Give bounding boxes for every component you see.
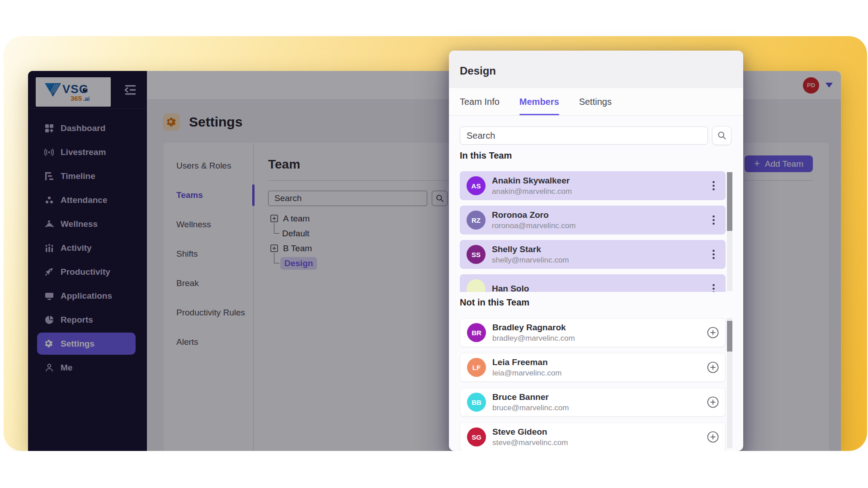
tab-settings[interactable]: Settings xyxy=(579,88,612,115)
avatar: LF xyxy=(467,358,486,377)
member-texts: Shelly Stark shelly@marvelinc.com xyxy=(492,244,569,265)
member-email: anakin@marvelinc.com xyxy=(492,186,572,197)
member-options-kebab-icon[interactable] xyxy=(708,215,719,225)
modal-header: Design xyxy=(449,51,743,88)
member-email: roronoa@marvelinc.com xyxy=(492,221,576,231)
avatar xyxy=(467,279,486,292)
member-name: Han Solo xyxy=(492,283,529,292)
member-row[interactable]: AS Anakin Skywalkeer anakin@marvelinc.co… xyxy=(460,171,726,200)
add-member-plus-icon[interactable] xyxy=(707,327,719,338)
modal-body: In this Team AS Anakin Skywalkeer anakin… xyxy=(449,116,743,450)
member-email: shelly@marvelinc.com xyxy=(492,255,569,265)
tab-team-info[interactable]: Team Info xyxy=(460,88,500,115)
not-in-team-label: Not in this Team xyxy=(460,297,732,309)
member-row[interactable]: BR Bradley Ragnarok bradley@marvelinc.co… xyxy=(460,318,726,347)
member-row[interactable]: RZ Roronoa Zoro roronoa@marvelinc.com xyxy=(460,206,726,235)
modal-tabs: Team Info Members Settings xyxy=(449,88,743,116)
member-texts: Bradley Ragnarok bradley@marvelinc.com xyxy=(492,322,575,343)
member-texts: Roronoa Zoro roronoa@marvelinc.com xyxy=(492,210,576,231)
avatar: SG xyxy=(467,427,486,446)
member-name: Bruce Banner xyxy=(492,392,569,403)
team-details-modal: Design Team Info Members Settings In thi… xyxy=(449,51,743,451)
member-row[interactable]: LF Leia Freeman leia@marvelinc.com xyxy=(460,353,726,382)
member-options-kebab-icon[interactable] xyxy=(708,249,719,259)
not-in-team-list: BR Bradley Ragnarok bradley@marvelinc.co… xyxy=(460,314,732,450)
add-member-plus-icon[interactable] xyxy=(707,361,719,373)
member-row[interactable]: BB Bruce Banner bruce@marvelinc.com xyxy=(460,388,726,417)
member-search-button[interactable] xyxy=(712,126,731,145)
member-email: bradley@marvelinc.com xyxy=(492,333,575,343)
search-icon xyxy=(717,131,726,140)
scrollbar-thumb[interactable] xyxy=(727,321,732,352)
member-email: leia@marvelinc.com xyxy=(492,368,561,378)
member-name: Steve Gideon xyxy=(492,427,568,437)
avatar: BR xyxy=(467,323,486,342)
member-row[interactable]: SG Steve Gideon steve@marvelinc.com xyxy=(460,422,726,450)
member-texts: Leia Freeman leia@marvelinc.com xyxy=(492,357,561,378)
member-email: bruce@marvelinc.com xyxy=(492,403,569,413)
member-search-row xyxy=(460,127,732,145)
member-name: Anakin Skywalkeer xyxy=(492,175,572,186)
member-name: Leia Freeman xyxy=(492,357,561,368)
avatar: AS xyxy=(467,176,486,195)
add-member-plus-icon[interactable] xyxy=(707,431,719,443)
member-options-kebab-icon[interactable] xyxy=(708,181,719,191)
member-row[interactable]: SS Shelly Stark shelly@marvelinc.com xyxy=(460,240,726,269)
member-texts: Steve Gideon steve@marvelinc.com xyxy=(492,427,568,448)
member-texts: Han Solo xyxy=(492,283,529,292)
member-texts: Anakin Skywalkeer anakin@marvelinc.com xyxy=(492,175,572,197)
avatar: BB xyxy=(467,393,486,412)
member-name: Shelly Stark xyxy=(492,244,569,255)
member-search-input[interactable] xyxy=(460,127,708,145)
page-margin xyxy=(0,451,868,488)
modal-title: Design xyxy=(460,65,496,77)
member-texts: Bruce Banner bruce@marvelinc.com xyxy=(492,392,569,413)
in-team-label: In this Team xyxy=(460,150,732,162)
member-row[interactable]: Han Solo xyxy=(460,274,726,292)
avatar: RZ xyxy=(467,211,486,230)
avatar: SS xyxy=(467,245,486,264)
member-name: Bradley Ragnarok xyxy=(492,322,575,333)
scrollbar-thumb[interactable] xyxy=(727,172,732,231)
member-options-kebab-icon[interactable] xyxy=(708,284,719,292)
add-member-plus-icon[interactable] xyxy=(707,396,719,408)
member-name: Roronoa Zoro xyxy=(492,210,576,221)
tab-members[interactable]: Members xyxy=(519,88,559,115)
member-email: steve@marvelinc.com xyxy=(492,437,568,448)
in-team-list: AS Anakin Skywalkeer anakin@marvelinc.co… xyxy=(460,167,732,292)
